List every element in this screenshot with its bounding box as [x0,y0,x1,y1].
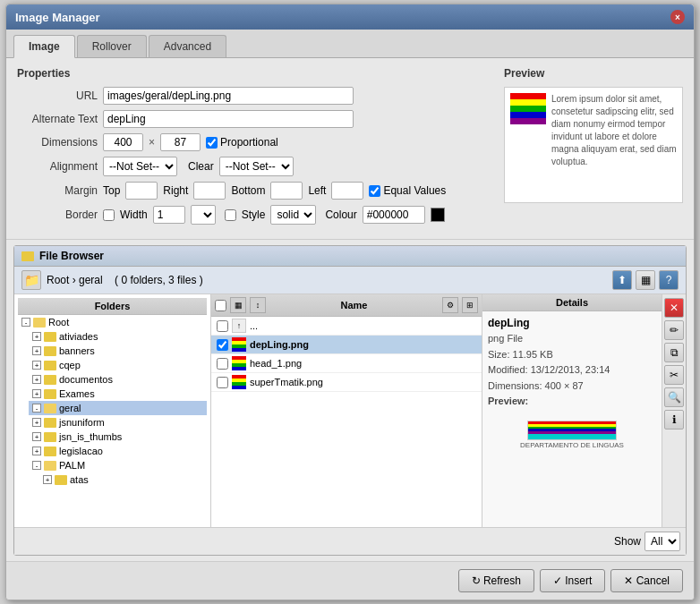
info-button[interactable]: ℹ [664,410,684,430]
root-expand[interactable]: - [21,318,30,327]
tree-item-banners[interactable]: + banners [29,344,207,358]
exames-expand[interactable]: + [32,389,41,398]
show-label: Show [614,535,641,548]
documentos-label: documentos [59,374,113,385]
file-checkbox-depLing[interactable] [217,339,228,351]
atividades-expand[interactable]: + [32,332,41,341]
border-width-select[interactable] [191,205,216,225]
upload-button[interactable]: ⬆ [612,270,632,290]
border-checkbox[interactable] [103,209,115,221]
files-view-btn[interactable]: ▦ [230,297,246,313]
tree-item-palm[interactable]: - PALM [29,458,207,472]
tree-item-root[interactable]: - Root [18,315,207,329]
documentos-expand[interactable]: + [32,375,41,384]
atas-label: atas [70,474,89,485]
margin-right-input[interactable] [193,182,226,200]
tree-item-documentos[interactable]: + documentos [29,372,207,387]
border-label: Border [17,208,98,221]
dialog-titlebar: Image Manager × [6,4,694,30]
tree-item-geral[interactable]: - geral [29,401,207,415]
banners-icon [44,346,56,356]
equal-values-checkbox[interactable] [369,185,380,197]
tree-item-jsn-thumbs[interactable]: + jsn_is_thumbs [29,430,207,444]
show-select[interactable]: All [645,532,680,551]
details-name: depLing [488,317,656,329]
details-right-panel: Details depLing png File Size: 11.95 KB … [482,294,686,527]
files-grid-btn[interactable]: ⊞ [462,297,478,313]
margin-bottom-input[interactable] [270,182,303,200]
tab-advanced[interactable]: Advanced [149,35,226,57]
colour-input[interactable] [363,206,425,224]
colour-swatch[interactable] [431,208,445,222]
alt-input[interactable] [103,110,354,128]
up-folder-button[interactable]: 📁 [21,270,41,290]
cancel-button[interactable]: ✕ Cancel [610,569,683,592]
file-row-head1[interactable]: head_1.png [211,354,482,373]
file-checkbox-parent[interactable] [217,320,228,332]
alt-row: Alternate Text [17,110,493,128]
tree-item-atas[interactable]: + atas [39,472,207,487]
width-label: Width [120,208,148,221]
cqep-expand[interactable]: + [32,361,41,370]
palm-expand[interactable]: - [32,461,41,470]
preview-title: Preview [504,67,683,80]
file-checkbox-superTmatik[interactable] [217,377,228,388]
refresh-button[interactable]: ↻ Refresh [458,569,534,592]
tab-image[interactable]: Image [13,35,75,58]
left-label: Left [308,184,326,197]
breadcrumb-left: 📁 Root › geral ( 0 folders, 3 files ) [21,270,203,290]
files-options-btn[interactable]: ⚙ [442,297,458,313]
legislacao-expand[interactable]: + [32,447,41,455]
file-browser-icon [21,251,34,261]
file-checkbox-head1[interactable] [217,358,228,370]
tree-item-legislacao[interactable]: + legislacao [29,444,207,458]
margin-top-input[interactable] [125,182,158,200]
close-button[interactable]: × [670,10,685,24]
file-name-head1: head_1.png [250,358,302,369]
clear-select[interactable]: --Not Set-- [219,157,294,176]
tab-rollover[interactable]: Rollover [77,35,147,57]
geral-expand[interactable]: - [32,404,41,413]
search-button[interactable]: 🔍 [664,387,684,407]
atas-expand[interactable]: + [43,475,52,484]
copy-button[interactable]: ⧉ [664,343,684,362]
legislacao-icon [44,447,56,456]
select-all-checkbox[interactable] [215,300,226,311]
tabs-row: Image Rollover Advanced [6,30,694,58]
edit-button[interactable]: ✏ [664,320,684,340]
banners-expand[interactable]: + [32,346,41,355]
files-sort-btn[interactable]: ↕ [250,297,266,313]
top-label: Top [103,184,120,197]
style-select[interactable]: solid [270,205,316,225]
tree-item-atividades[interactable]: + ativiades [29,329,207,344]
margin-left-input[interactable] [331,182,363,200]
proportional-checkbox[interactable] [206,137,218,149]
file-name-depLing: depLing.png [250,339,309,350]
file-browser: File Browser 📁 Root › geral ( 0 folders,… [13,245,687,556]
border-width-input[interactable] [153,206,185,224]
cut-button[interactable]: ✂ [664,365,684,385]
width-input[interactable] [103,133,143,151]
tree-item-exames[interactable]: + Exames [29,387,207,401]
style-checkbox[interactable] [225,209,236,221]
delete-button[interactable]: ✕ [664,298,684,318]
folders-panel: Folders - Root + ativiades + [14,294,211,527]
file-row-superTmatik[interactable]: superTmatik.png [211,373,482,392]
preview-image [510,93,546,124]
height-input[interactable] [160,133,201,151]
alignment-select[interactable]: --Not Set-- [103,157,177,176]
help-button[interactable]: ? [659,270,679,290]
view-toggle-button[interactable]: ▦ [636,270,655,290]
tree-item-jsnuniform[interactable]: + jsnuniform [29,415,207,430]
url-input[interactable] [103,87,354,105]
insert-button[interactable]: ✓ Insert [540,569,605,592]
jsnthumbs-expand[interactable]: + [32,432,41,441]
alignment-label: Alignment [17,160,98,173]
file-row-parent[interactable]: ↑ ... [211,317,482,336]
bottom-label: Bottom [231,184,265,197]
jsnuniform-expand[interactable]: + [32,418,41,427]
properties-title: Properties [17,67,493,80]
file-row-depLing[interactable]: depLing.png [211,336,482,354]
files-panel: ▦ ↕ Name ⚙ ⊞ ↑ ... depLing.png [211,294,482,527]
tree-item-cqep[interactable]: + cqep [29,358,207,372]
